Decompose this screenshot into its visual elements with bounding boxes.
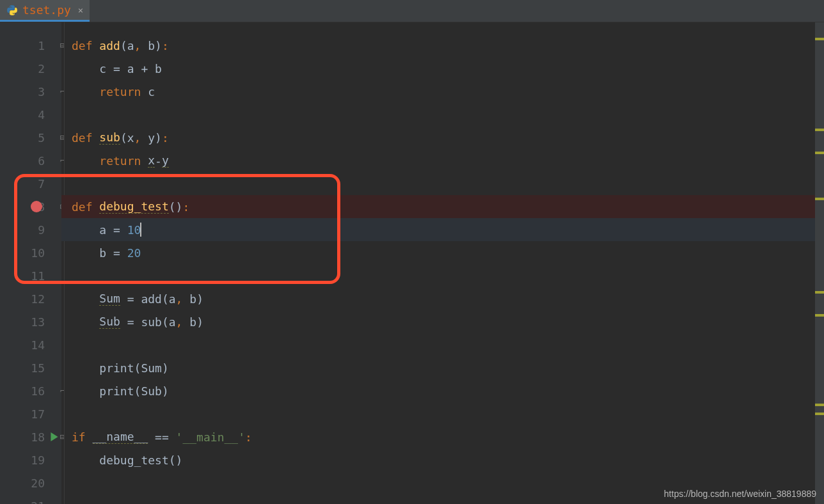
lineno-9[interactable]: 9 xyxy=(26,223,45,237)
run-icon[interactable] xyxy=(50,430,59,444)
code-line-5[interactable]: def sub(x, y): xyxy=(61,126,824,149)
code-line-2[interactable]: c = a + b xyxy=(61,57,824,80)
code-line-6[interactable]: return x-y xyxy=(61,149,824,172)
code-line-19[interactable]: debug_test() xyxy=(61,448,824,471)
code-line-1[interactable]: def add(a, b): xyxy=(61,34,824,57)
marker-icon[interactable] xyxy=(815,152,824,154)
lineno-15[interactable]: 15 xyxy=(26,361,45,375)
marker-icon[interactable] xyxy=(815,198,824,200)
breakpoint-icon[interactable] xyxy=(31,201,42,212)
python-file-icon xyxy=(6,4,18,16)
lineno-13[interactable]: 13 xyxy=(26,315,45,329)
code-line-10[interactable]: b = 20 xyxy=(61,241,824,264)
code-line-3[interactable]: return c xyxy=(61,80,824,103)
editor-area: 1⊟ 2 3⌐ 4 5⊟ 6⌐ 7 8⊟ 9 10 11 12 13 14 15… xyxy=(0,22,824,504)
code-line-17[interactable] xyxy=(61,402,824,425)
marker-icon[interactable] xyxy=(815,314,824,317)
marker-icon[interactable] xyxy=(815,404,824,406)
lineno-14[interactable]: 14 xyxy=(26,338,45,352)
code-line-15[interactable]: print(Sum) xyxy=(61,356,824,379)
marker-icon[interactable] xyxy=(815,129,824,131)
code-line-12[interactable]: Sum = add(a, b) xyxy=(61,287,824,310)
code-line-7[interactable] xyxy=(61,172,824,195)
watermark-text: https://blog.csdn.net/weixin_38819889 xyxy=(664,489,816,499)
lineno-6[interactable]: 6 xyxy=(26,154,45,168)
lineno-11[interactable]: 11 xyxy=(26,269,45,283)
tab-bar: tset.py × xyxy=(0,0,824,22)
code-line-8[interactable]: def debug_test(): xyxy=(61,195,824,218)
close-icon[interactable]: × xyxy=(78,5,83,15)
lineno-18[interactable]: 18 xyxy=(26,430,45,444)
lineno-1[interactable]: 1 xyxy=(26,39,45,52)
lineno-10[interactable]: 10 xyxy=(26,246,45,260)
lineno-12[interactable]: 12 xyxy=(26,292,45,306)
code-line-11[interactable] xyxy=(61,264,824,287)
gutter[interactable]: 1⊟ 2 3⌐ 4 5⊟ 6⌐ 7 8⊟ 9 10 11 12 13 14 15… xyxy=(0,22,61,504)
tab-tset-py[interactable]: tset.py × xyxy=(0,0,90,22)
text-caret xyxy=(140,223,141,237)
lineno-3[interactable]: 3 xyxy=(26,85,45,98)
lineno-4[interactable]: 4 xyxy=(26,108,45,122)
lineno-5[interactable]: 5 xyxy=(26,131,45,145)
lineno-7[interactable]: 7 xyxy=(26,177,45,191)
code-area[interactable]: def add(a, b): c = a + b return c def su… xyxy=(61,22,824,504)
lineno-21[interactable]: 21 xyxy=(26,500,45,505)
scrollbar[interactable] xyxy=(815,22,824,504)
code-line-9[interactable]: a = 10 xyxy=(61,218,824,241)
lineno-17[interactable]: 17 xyxy=(26,407,45,421)
lineno-20[interactable]: 20 xyxy=(26,476,45,490)
marker-icon[interactable] xyxy=(815,38,824,40)
code-line-14[interactable] xyxy=(61,333,824,356)
lineno-19[interactable]: 19 xyxy=(26,453,45,467)
code-line-16[interactable]: print(Sub) xyxy=(61,379,824,402)
tab-filename: tset.py xyxy=(22,3,71,17)
code-line-18[interactable]: if __name__ == '__main__': xyxy=(61,425,824,448)
marker-icon[interactable] xyxy=(815,413,824,415)
lineno-16[interactable]: 16 xyxy=(26,384,45,398)
marker-icon[interactable] xyxy=(815,291,824,294)
code-line-13[interactable]: Sub = sub(a, b) xyxy=(61,310,824,333)
lineno-2[interactable]: 2 xyxy=(26,62,45,75)
code-line-4[interactable] xyxy=(61,103,824,126)
